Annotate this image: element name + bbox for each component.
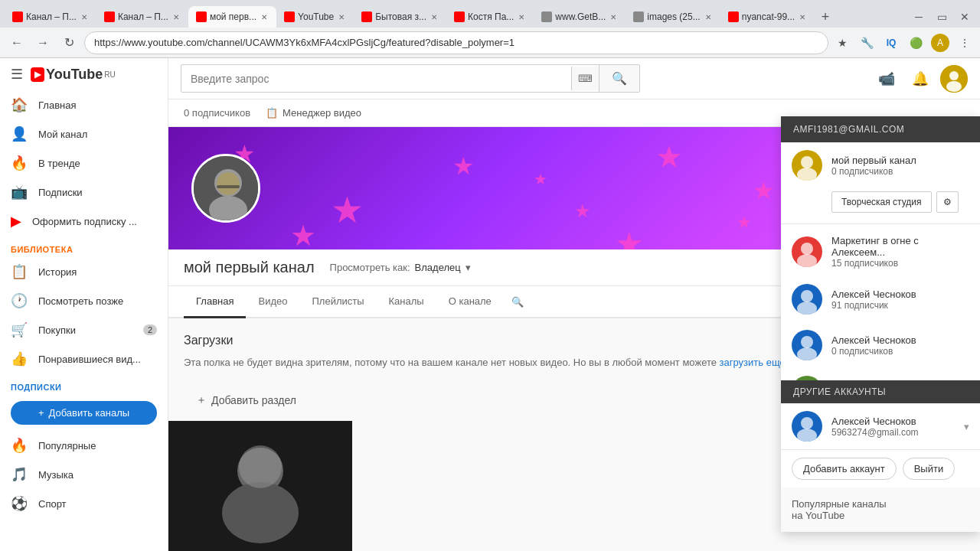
tab-8[interactable]: images (25... ✕ [626,6,720,28]
hamburger-button[interactable]: ☰ [11,66,23,83]
tab-close-4[interactable]: ✕ [337,11,346,23]
sidebar-item-my-channel[interactable]: 👤 Мой канал [0,119,168,148]
menu-icon[interactable]: ⋮ [956,34,974,52]
tab-close-8[interactable]: ✕ [704,11,713,23]
tab-title-9: nyancat-99... [742,11,795,22]
tab-close-3[interactable]: ✕ [260,11,269,23]
logout-button[interactable]: Выйти [903,458,956,480]
add-section-button[interactable]: ＋ Добавить раздел [184,386,309,415]
tab-7[interactable]: www.GetB... ✕ [534,6,626,28]
notifications-icon[interactable]: 🔔 [906,65,934,93]
add-channels-button[interactable]: + Добавить каналы [11,401,157,425]
library-section-header: БИБЛИОТЕКА [0,236,168,257]
sidebar-item-popular[interactable]: 🔥 Популярные [0,431,168,460]
sidebar-label-music: Музыка [38,469,74,481]
channel-info-3: ЮССА 0 подписчиков [831,380,969,381]
sidebar-item-music[interactable]: 🎵 Музыка [0,460,168,489]
tab-close-2[interactable]: ✕ [172,11,181,23]
search-button[interactable]: 🔍 [599,65,639,92]
view-as-chevron: ▾ [466,262,471,273]
svg-rect-7 [217,185,240,188]
svg-point-9 [797,168,817,181]
view-as-selector[interactable]: Просмотреть как: Владелец ▾ [330,262,471,273]
tab-playlists[interactable]: Плейлисты [299,286,376,318]
sidebar-item-watch-later[interactable]: 🕐 Посмотреть позже [0,286,168,315]
subscriptions-section-header: ПОДПИСКИ [0,373,168,395]
primary-account-item[interactable]: мой первый канал 0 подписчиков [781,142,980,188]
tab-5[interactable]: Бытовая з... ✕ [354,6,446,28]
tab-close-5[interactable]: ✕ [430,11,439,23]
sport-icon: ⚽ [11,495,28,512]
channel-subs-2: 0 подписчиков [831,346,969,357]
other-account-chevron: ▾ [964,421,969,432]
avatar-svg [940,65,968,93]
svg-point-5 [209,196,247,223]
tab-home[interactable]: Главная [184,286,246,318]
reload-button[interactable]: ↻ [58,32,80,54]
close-window-button[interactable]: ✕ [954,6,975,28]
keyboard-button[interactable]: ⌨ [571,67,599,90]
sidebar-header: ☰ ▶ YouTube RU [0,58,168,90]
sidebar-item-home[interactable]: 🏠 Главная [0,90,168,119]
tab-6[interactable]: Костя Па... ✕ [446,6,534,28]
channel-item-2[interactable]: Алексей Чесноков 0 подписчиков [781,322,980,368]
minimize-button[interactable]: ─ [908,6,929,28]
tab-favicon-2 [104,11,115,22]
new-tab-button[interactable]: + [815,6,836,28]
tab-close-1[interactable]: ✕ [80,11,89,23]
svg-point-1 [949,71,959,80]
tab-9[interactable]: nyancat-99... ✕ [720,6,815,28]
address-field[interactable]: https://www.youtube.com/channel/UCAWM3Yk… [84,31,828,54]
channel-item-1[interactable]: Алексей Чесноков 91 подписчик [781,276,980,322]
sidebar-label-liked: Понравившиеся вид... [38,354,141,365]
sidebar-item-subscribe-promo[interactable]: ▶ Оформить подписку ... [0,207,168,236]
yt-search-header: ⌨ 🔍 📹 🔔 [168,58,980,99]
channel-search-icon[interactable]: 🔍 [504,289,531,315]
search-input[interactable] [181,67,571,91]
other-account-item-0[interactable]: Алексей Чесноков 5963274@gmail.com ▾ [781,403,980,449]
tab-channels[interactable]: Каналы [377,286,436,318]
sidebar-item-purchases[interactable]: 🛒 Покупки 2 [0,315,168,344]
sidebar-item-history[interactable]: 📋 История [0,257,168,286]
subscribe-promo-icon: ▶ [11,213,21,230]
video-person-svg [168,421,352,551]
user-avatar-browser[interactable]: A [931,34,949,52]
channel-avatar-3 [792,376,822,380]
channel-item-0[interactable]: Маркетинг в огне с Алексеем... 15 подпис… [781,227,980,276]
channel-name: мой первый канал [184,259,315,276]
sidebar-item-liked[interactable]: 👍 Понравившиеся вид... [0,344,168,373]
forward-button[interactable]: → [32,32,54,54]
channel-name-3: ЮССА [831,380,969,381]
sidebar-item-subscriptions[interactable]: 📺 Подписки [0,178,168,207]
settings-gear-button[interactable]: ⚙ [936,191,959,213]
tab-videos[interactable]: Видео [246,286,299,318]
extensions-icon[interactable]: 🔧 [858,34,876,52]
page-body: ☰ ▶ YouTube RU 🏠 Главная 👤 Мой канал 🔥 В… [0,58,980,551]
user-avatar-button[interactable] [940,65,968,93]
browser-chrome: Канал – П... ✕ Канал – П... ✕ мой перв..… [0,0,980,58]
upload-icon[interactable]: 📹 [873,65,900,93]
tab-close-9[interactable]: ✕ [798,11,807,23]
creative-studio-button[interactable]: Творческая студия [831,191,932,213]
tab-2[interactable]: Канал – П... ✕ [96,6,188,28]
back-button[interactable]: ← [6,32,28,54]
add-account-button[interactable]: Добавить аккаунт [792,458,897,480]
iq-icon[interactable]: IQ [882,34,900,52]
sidebar-item-sport[interactable]: ⚽ Спорт [0,489,168,518]
svg-point-18 [801,417,813,429]
channel-item-3[interactable]: ЮССА 0 подписчиков [781,368,980,380]
tab-about[interactable]: О канале [436,286,504,318]
tab-close-6[interactable]: ✕ [517,11,526,23]
my-channel-icon: 👤 [11,126,28,142]
tab-1[interactable]: Канал – П... ✕ [5,6,96,28]
tab-4[interactable]: YouTube ✕ [276,6,354,28]
ext2-icon[interactable]: 🟢 [906,34,925,52]
sidebar-item-trending[interactable]: 🔥 В тренде [0,148,168,178]
maximize-button[interactable]: ▭ [931,6,952,28]
tab-close-7[interactable]: ✕ [609,11,618,23]
bookmark-icon[interactable]: ★ [833,34,851,52]
tab-3[interactable]: мой перв... ✕ [188,6,276,28]
manage-video-button[interactable]: 📋 Менеджер видео [266,107,361,119]
youtube-logo[interactable]: ▶ YouTube RU [31,67,116,83]
dropdown-divider-1 [781,223,980,224]
